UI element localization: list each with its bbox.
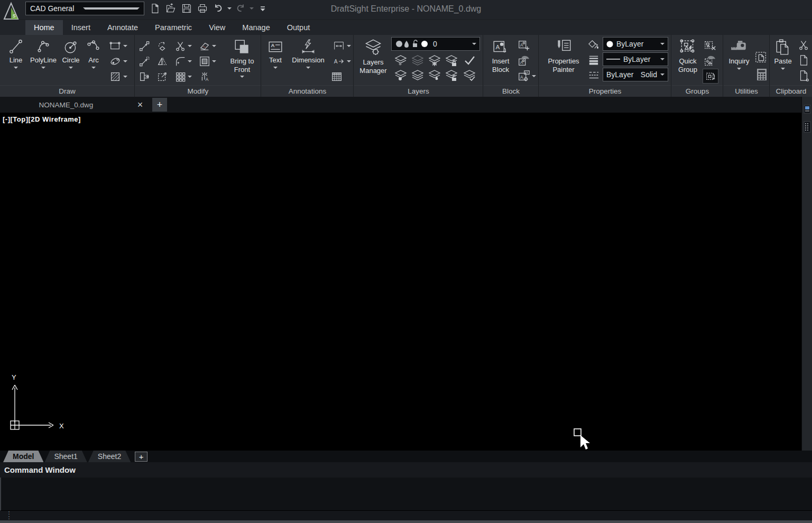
- dimension-dropdown-caret[interactable]: [306, 67, 310, 69]
- layer-show-button[interactable]: [394, 69, 407, 81]
- layer-isolate-button[interactable]: [428, 69, 441, 81]
- command-history[interactable]: [0, 478, 812, 511]
- palette-toolbox-button[interactable]: [804, 121, 811, 132]
- arc-dropdown-caret[interactable]: [91, 67, 96, 69]
- layer-lock-button[interactable]: [445, 54, 458, 67]
- rectangle-button[interactable]: [109, 40, 127, 52]
- polyline-dropdown-caret[interactable]: [41, 67, 45, 69]
- annotation-scale-dropdown-caret[interactable]: [347, 60, 351, 62]
- line-button[interactable]: Line: [4, 38, 27, 69]
- ungroup-button[interactable]: [704, 39, 716, 52]
- layer-hide-button[interactable]: [394, 54, 407, 67]
- trim-button[interactable]: [174, 40, 192, 52]
- circle-button[interactable]: Circle: [59, 38, 82, 69]
- mirror-button[interactable]: [156, 56, 168, 67]
- pattern-dropdown-caret[interactable]: [188, 76, 192, 78]
- properties-painter-button[interactable]: Properties Painter: [541, 38, 586, 74]
- command-prompt[interactable]: : :: [0, 511, 812, 520]
- hatch-dropdown-caret[interactable]: [123, 76, 127, 78]
- hatch-button[interactable]: [109, 71, 127, 82]
- fillet-dropdown-caret[interactable]: [188, 60, 192, 62]
- line-color-tool-button[interactable]: [588, 39, 599, 50]
- split-button[interactable]: A: [199, 71, 210, 82]
- offset-dropdown-caret[interactable]: [212, 60, 216, 62]
- table-button[interactable]: [330, 71, 343, 82]
- new-document-tab-button[interactable]: +: [152, 98, 167, 112]
- layer-freeze-button[interactable]: [411, 54, 424, 67]
- calculator-button[interactable]: [755, 68, 768, 81]
- copy-button[interactable]: [139, 56, 150, 67]
- quick-group-button[interactable]: Quick Group: [674, 38, 702, 74]
- block-attributes-button[interactable]: A: [518, 70, 536, 82]
- layer-show-all-button[interactable]: [411, 69, 424, 81]
- add-sheet-button[interactable]: +: [135, 452, 147, 462]
- tab-insert[interactable]: Insert: [63, 20, 99, 35]
- ellipse-dropdown-caret[interactable]: [123, 60, 127, 62]
- offset-button[interactable]: [199, 56, 216, 67]
- annotation-scale-button[interactable]: A: [333, 56, 351, 67]
- move-button[interactable]: [139, 40, 150, 52]
- line-weight-tool-button[interactable]: [588, 54, 599, 65]
- explode-button[interactable]: [139, 71, 150, 82]
- line-dropdown-caret[interactable]: [14, 67, 18, 69]
- tab-view[interactable]: View: [200, 20, 234, 35]
- dimension-button[interactable]: Dimension: [287, 38, 329, 69]
- cut-button[interactable]: [798, 39, 809, 51]
- ellipse-button[interactable]: [109, 56, 127, 67]
- tab-annotate[interactable]: Annotate: [99, 20, 146, 35]
- line-style-tool-button[interactable]: [588, 70, 599, 80]
- pattern-button[interactable]: [174, 71, 192, 82]
- erase-button[interactable]: [199, 40, 216, 52]
- tab-home[interactable]: Home: [25, 20, 63, 35]
- tab-parametric[interactable]: Parametric: [146, 20, 200, 35]
- insert-component-button[interactable]: A: [518, 54, 530, 67]
- get-selection-button[interactable]: [754, 51, 768, 65]
- sheet-tab-sheet2[interactable]: Sheet2: [88, 451, 131, 462]
- rotate-button[interactable]: [156, 40, 168, 52]
- drawing-canvas[interactable]: [-][Top][2D Wireframe] Y X: [0, 113, 801, 451]
- palette-properties-button[interactable]: [804, 104, 811, 115]
- document-tab[interactable]: NONAME_0.dwg: [0, 97, 132, 113]
- sheet-tab-sheet1[interactable]: Sheet1: [44, 451, 87, 462]
- layer-unlock-button[interactable]: [445, 69, 458, 81]
- tab-output[interactable]: Output: [279, 20, 319, 35]
- insert-block-button[interactable]: A Insert Block: [487, 38, 514, 74]
- line-weight-dropdown[interactable]: ByLayer: [603, 52, 668, 66]
- inquiry-dropdown-caret[interactable]: [737, 68, 741, 70]
- circle-dropdown-caret[interactable]: [69, 67, 73, 69]
- scale-button[interactable]: [156, 71, 168, 82]
- smart-dimension-dropdown-caret[interactable]: [347, 45, 351, 47]
- bring-to-front-button[interactable]: Bring to Front: [225, 38, 259, 78]
- bring-to-front-dropdown-caret[interactable]: [240, 76, 244, 78]
- document-tab-close-button[interactable]: ×: [132, 97, 148, 113]
- paste-dropdown-caret[interactable]: [781, 68, 785, 70]
- sheet-tab-model[interactable]: Model: [3, 451, 43, 462]
- paste-button[interactable]: Paste: [771, 38, 795, 70]
- rectangle-dropdown-caret[interactable]: [123, 45, 127, 47]
- layer-previous-button[interactable]: [463, 69, 476, 81]
- layers-manager-button[interactable]: Layers Manager: [356, 38, 390, 75]
- edit-group-button[interactable]: [704, 54, 716, 67]
- copy-button-clipboard[interactable]: [798, 54, 809, 66]
- arc-button[interactable]: Arc: [84, 38, 104, 69]
- line-color-dropdown[interactable]: ByLayer: [603, 37, 668, 51]
- active-layer-dropdown[interactable]: 0: [391, 37, 480, 51]
- layer-activate-button[interactable]: [463, 54, 476, 67]
- tab-manage[interactable]: Manage: [234, 20, 278, 35]
- command-window-header[interactable]: Command Window: [0, 462, 812, 478]
- text-button[interactable]: A Text: [265, 38, 286, 69]
- trim-dropdown-caret[interactable]: [188, 45, 192, 47]
- group-selection-toggle-button[interactable]: [703, 69, 718, 84]
- erase-dropdown-caret[interactable]: [212, 45, 216, 47]
- polyline-button[interactable]: PolyLine: [29, 38, 58, 69]
- copy-with-reference-button[interactable]: [798, 70, 809, 81]
- smart-dimension-button[interactable]: [333, 40, 351, 52]
- line-style-dropdown[interactable]: ByLayer Solid: [603, 68, 668, 81]
- block-attributes-dropdown-caret[interactable]: [532, 75, 536, 77]
- text-dropdown-caret[interactable]: [273, 67, 278, 69]
- fillet-button[interactable]: [174, 56, 192, 67]
- layer-thaw-button[interactable]: [428, 54, 441, 67]
- viewport-controls-label[interactable]: [-][Top][2D Wireframe]: [3, 115, 81, 123]
- inquiry-button[interactable]: Inquiry: [725, 38, 753, 70]
- make-block-button[interactable]: A: [518, 39, 530, 52]
